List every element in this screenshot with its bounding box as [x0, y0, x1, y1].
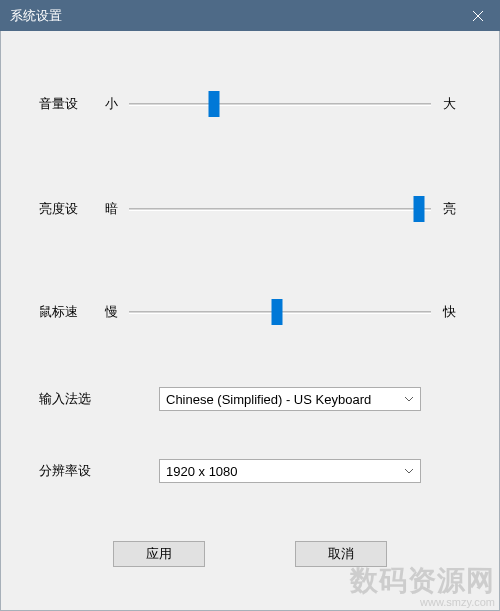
- client-area: 音量设 小 大 亮度设 暗 亮 鼠标速 慢 快 输入法选 Chinese (Si…: [0, 31, 500, 611]
- button-row: 应用 取消: [1, 541, 499, 567]
- watermark: 数码资源网 www.smzy.com: [350, 562, 495, 608]
- titlebar: 系统设置: [0, 0, 500, 31]
- brightness-label: 亮度设: [39, 200, 99, 218]
- watermark-sub: www.smzy.com: [350, 596, 495, 608]
- volume-slider[interactable]: [129, 91, 431, 117]
- volume-label: 音量设: [39, 95, 99, 113]
- mouse-label: 鼠标速: [39, 303, 99, 321]
- brightness-min-label: 暗: [99, 200, 123, 218]
- resolution-row: 分辨率设 1920 x 1080: [1, 459, 499, 483]
- resolution-dropdown[interactable]: 1920 x 1080: [159, 459, 421, 483]
- slider-track: [129, 208, 431, 211]
- resolution-label: 分辨率设: [39, 462, 159, 480]
- apply-button-label: 应用: [146, 545, 172, 563]
- brightness-thumb[interactable]: [413, 196, 424, 222]
- slider-track: [129, 103, 431, 106]
- brightness-max-label: 亮: [437, 200, 461, 218]
- ime-row: 输入法选 Chinese (Simplified) - US Keyboard: [1, 387, 499, 411]
- window-title: 系统设置: [10, 7, 62, 25]
- volume-row: 音量设 小 大: [1, 91, 499, 117]
- ime-dropdown[interactable]: Chinese (Simplified) - US Keyboard: [159, 387, 421, 411]
- resolution-value: 1920 x 1080: [166, 464, 238, 479]
- cancel-button[interactable]: 取消: [295, 541, 387, 567]
- ime-value: Chinese (Simplified) - US Keyboard: [166, 392, 371, 407]
- watermark-main: 数码资源网: [350, 565, 495, 596]
- mouse-min-label: 慢: [99, 303, 123, 321]
- cancel-button-label: 取消: [328, 545, 354, 563]
- apply-button[interactable]: 应用: [113, 541, 205, 567]
- mouse-row: 鼠标速 慢 快: [1, 299, 499, 325]
- ime-label: 输入法选: [39, 390, 159, 408]
- mouse-thumb[interactable]: [271, 299, 282, 325]
- chevron-down-icon: [402, 396, 416, 402]
- close-button[interactable]: [456, 0, 500, 31]
- brightness-row: 亮度设 暗 亮: [1, 196, 499, 222]
- close-icon: [473, 11, 483, 21]
- mouse-slider[interactable]: [129, 299, 431, 325]
- brightness-slider[interactable]: [129, 196, 431, 222]
- mouse-max-label: 快: [437, 303, 461, 321]
- chevron-down-icon: [402, 468, 416, 474]
- volume-min-label: 小: [99, 95, 123, 113]
- volume-thumb[interactable]: [208, 91, 219, 117]
- volume-max-label: 大: [437, 95, 461, 113]
